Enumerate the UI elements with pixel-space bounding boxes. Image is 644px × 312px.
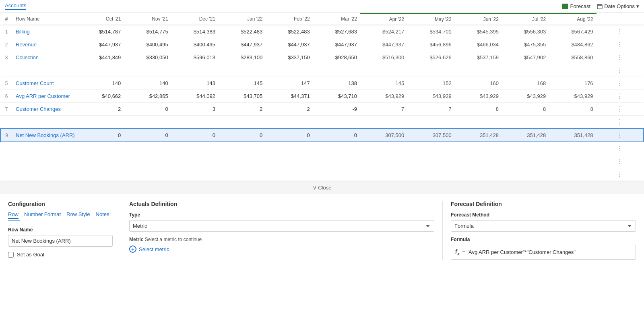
row-value-cell: 0 xyxy=(171,129,219,142)
row-num xyxy=(0,168,12,181)
row-value-cell: $400,495 xyxy=(171,38,219,51)
table-row: 2Revenue$447,937$400,495$400,495$447,937… xyxy=(0,38,644,51)
row-value-cell: 307,500 xyxy=(407,129,454,142)
tab-notes[interactable]: Notes xyxy=(96,211,109,219)
accounts-link[interactable]: Accounts xyxy=(5,2,26,10)
row-menu-button[interactable]: ⋮ xyxy=(615,79,625,87)
row-value-cell: $283,100 xyxy=(219,51,266,64)
row-menu-button[interactable]: ⋮ xyxy=(615,54,625,61)
row-name[interactable]: Customer Count xyxy=(12,77,77,90)
row-value-cell: $456,896 xyxy=(407,38,454,51)
date-options-button[interactable]: Date Options ▾ xyxy=(597,3,639,9)
tab-row[interactable]: Row xyxy=(8,211,19,219)
row-name-link[interactable]: Avg ARR per Customer xyxy=(16,93,70,99)
row-name[interactable]: Net New Bookings (ARR) xyxy=(12,129,77,142)
row-menu-button[interactable]: ⋮ xyxy=(615,131,625,139)
row-value-cell: 7 xyxy=(407,103,454,116)
set-as-goal-label: Set as Goal xyxy=(17,252,44,258)
row-value-cell: $545,395 xyxy=(455,25,502,38)
row-value-cell xyxy=(407,116,454,129)
table-row: 7Customer Changes20322-977888⋮ xyxy=(0,103,644,116)
row-menu-button[interactable]: ⋮ xyxy=(615,67,625,74)
row-menu-button[interactable]: ⋮ xyxy=(615,28,625,35)
row-name-link[interactable]: Collection xyxy=(16,54,39,60)
row-name[interactable]: Avg ARR per Customer xyxy=(12,90,77,103)
row-name-link[interactable]: Revenue xyxy=(16,42,37,48)
row-value-cell xyxy=(455,142,502,155)
row-value-cell: $526,626 xyxy=(407,51,454,64)
row-value-cell: $330,050 xyxy=(124,51,171,64)
row-name-link[interactable]: Customer Count xyxy=(16,80,54,86)
tab-number-format[interactable]: Number Format xyxy=(24,211,61,219)
col-header-num: # xyxy=(0,14,12,25)
row-name-link[interactable]: Customer Changes xyxy=(16,106,61,112)
row-value-cell xyxy=(124,142,171,155)
forecast-method-select[interactable]: Formula xyxy=(451,220,636,232)
data-table: # Row Name Oct '21 Nov '21 Dec '21 Jan '… xyxy=(0,13,644,181)
row-menu-button[interactable]: ⋮ xyxy=(615,158,625,165)
formula-label: Formula xyxy=(451,237,636,242)
select-metric-label: Select metric xyxy=(139,246,169,252)
row-value-cell: 147 xyxy=(266,77,313,90)
row-menu-button[interactable]: ⋮ xyxy=(615,41,625,48)
row-num xyxy=(0,64,12,77)
row-value-cell: $558,860 xyxy=(549,51,596,64)
row-value-cell xyxy=(171,116,219,129)
col-header-dec21: Dec '21 xyxy=(171,14,219,25)
table-row: 3Collection$441,849$330,050$596,013$283,… xyxy=(0,51,644,64)
row-menu-button[interactable]: ⋮ xyxy=(615,118,625,126)
row-value-cell: 140 xyxy=(124,77,171,90)
plus-circle-icon: + xyxy=(129,245,136,253)
close-bar[interactable]: ∨ Close xyxy=(0,181,644,194)
row-value-cell xyxy=(502,64,549,77)
row-menu-button[interactable]: ⋮ xyxy=(615,145,625,152)
row-value-cell xyxy=(77,116,124,129)
row-name[interactable]: Customer Changes xyxy=(12,103,77,116)
row-name xyxy=(12,64,77,77)
row-value-cell xyxy=(360,155,407,168)
row-name-link[interactable]: Billing xyxy=(16,29,30,35)
row-value-cell xyxy=(77,168,124,181)
row-value-cell: 3 xyxy=(171,103,219,116)
row-value-cell xyxy=(266,155,313,168)
row-value-cell: $447,937 xyxy=(266,38,313,51)
row-value-cell: $44,371 xyxy=(266,90,313,103)
row-value-cell: $547,902 xyxy=(502,51,549,64)
row-name[interactable]: Collection xyxy=(12,51,77,64)
row-name-link[interactable]: Net New Bookings (ARR) xyxy=(16,132,75,138)
row-value-cell: $534,701 xyxy=(407,25,454,38)
row-value-cell: 351,428 xyxy=(455,129,502,142)
row-menu-button[interactable]: ⋮ xyxy=(615,171,625,178)
row-value-cell xyxy=(455,116,502,129)
row-name[interactable]: Revenue xyxy=(12,38,77,51)
actuals-type-select[interactable]: Metric xyxy=(129,220,434,232)
row-value-cell: 351,428 xyxy=(502,129,549,142)
config-title: Configuration xyxy=(8,201,113,207)
row-value-cell: $466,034 xyxy=(455,38,502,51)
row-value-cell: $43,705 xyxy=(219,90,266,103)
row-value-cell xyxy=(502,116,549,129)
row-menu-button[interactable]: ⋮ xyxy=(615,92,625,100)
date-options-label: Date Options xyxy=(604,3,635,9)
row-value-cell: $447,937 xyxy=(313,38,360,51)
col-header-actions xyxy=(597,14,644,25)
row-actions-cell: ⋮ xyxy=(597,38,644,51)
row-value-cell xyxy=(77,155,124,168)
tab-row-style[interactable]: Row Style xyxy=(66,211,90,219)
config-left-section: Configuration Row Number Format Row Styl… xyxy=(8,201,121,260)
row-value-cell xyxy=(219,142,266,155)
row-value-cell xyxy=(549,155,596,168)
row-menu-button[interactable]: ⋮ xyxy=(615,105,625,113)
row-name-label: Row Name xyxy=(8,227,113,233)
row-actions-cell: ⋮ xyxy=(597,90,644,103)
col-header-aug22: Aug '22 xyxy=(549,14,596,25)
set-as-goal-checkbox[interactable] xyxy=(8,252,14,258)
row-name-input[interactable] xyxy=(8,235,113,247)
select-metric-button[interactable]: + Select metric xyxy=(129,245,169,253)
row-value-cell: 176 xyxy=(549,77,596,90)
row-value-cell xyxy=(124,168,171,181)
row-value-cell xyxy=(313,64,360,77)
row-name[interactable]: Billing xyxy=(12,25,77,38)
row-value-cell: $43,929 xyxy=(360,90,407,103)
row-value-cell: 351,428 xyxy=(549,129,596,142)
